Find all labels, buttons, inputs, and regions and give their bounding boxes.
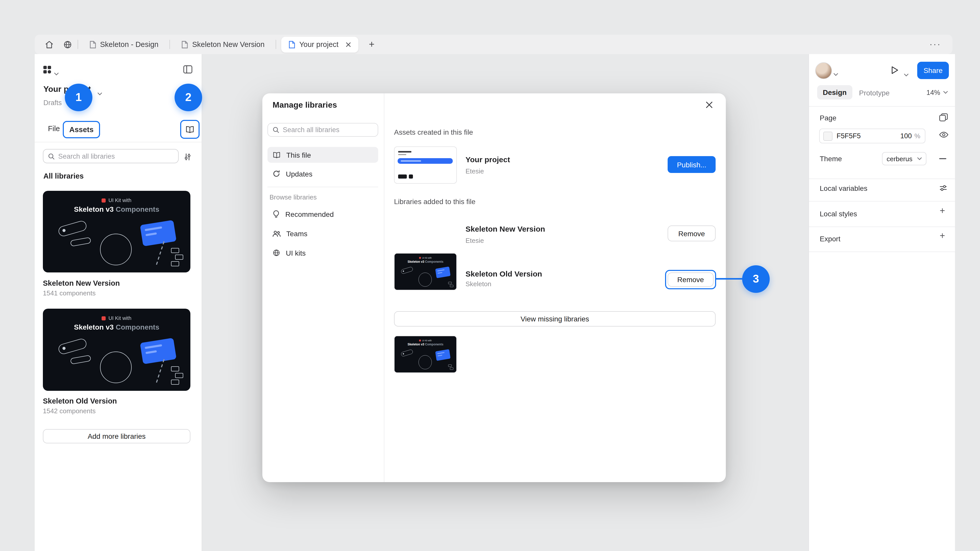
remove-button[interactable]: Remove xyxy=(668,225,716,241)
library-meta: 1542 components xyxy=(43,407,190,415)
add-more-libraries-button[interactable]: Add more libraries xyxy=(43,429,190,443)
library-name: Skeleton Old Version xyxy=(466,269,542,278)
share-label: Share xyxy=(924,66,943,75)
callout-number: 2 xyxy=(185,91,192,104)
thumb-kicker: UI Kit with xyxy=(108,315,131,321)
color-swatch[interactable] xyxy=(823,131,832,141)
avatar[interactable] xyxy=(815,62,832,79)
publish-button[interactable]: Publish... xyxy=(668,156,716,173)
library-meta: 1541 components xyxy=(43,289,190,297)
section-assets-created: Assets created in this file xyxy=(394,128,473,136)
thumb-kicker: UI Kit with xyxy=(422,257,432,259)
add-style-icon[interactable]: + xyxy=(940,206,945,215)
tab-skeleton-new-version[interactable]: Skeleton New Version xyxy=(171,35,275,54)
new-tab-button[interactable]: + xyxy=(363,35,381,54)
library-owner: Skeleton xyxy=(466,280,491,288)
library-card-skeleton-new-version[interactable]: UI Kit with Skeleton v3 Components Skele… xyxy=(43,191,190,297)
library-title: Skeleton Old Version xyxy=(43,397,190,405)
chevron-down-icon[interactable] xyxy=(834,69,838,78)
figma-menu-icon[interactable] xyxy=(43,65,52,76)
home-icon[interactable] xyxy=(40,35,58,54)
filter-sliders-icon[interactable] xyxy=(184,153,191,163)
view-missing-libraries-label: View missing libraries xyxy=(520,315,589,323)
variables-sliders-icon[interactable] xyxy=(939,184,947,194)
remove-label: Remove xyxy=(677,275,704,284)
tab-bar: Skeleton - Design Skeleton New Version Y… xyxy=(35,35,953,54)
library-card-skeleton-old-version[interactable]: UI Kit with Skeleton v3 Components Skele… xyxy=(43,309,190,415)
section-title: All libraries xyxy=(43,172,84,180)
page-section-label: Page xyxy=(820,114,836,122)
library-thumbnail: UI Kit with Skeleton v3 Components xyxy=(394,336,457,373)
nav-updates[interactable]: Updates xyxy=(267,166,378,182)
callout-number: 3 xyxy=(753,272,759,286)
thumb-brand: Skeleton v3 xyxy=(74,205,114,213)
kit-logo-icon xyxy=(102,316,106,321)
community-globe-icon[interactable] xyxy=(58,35,76,54)
opacity-unit: % xyxy=(915,132,920,140)
modal-search-input[interactable] xyxy=(283,126,373,134)
add-more-libraries-label: Add more libraries xyxy=(88,432,145,440)
nav-label: Teams xyxy=(286,229,307,238)
nav-label: This file xyxy=(286,151,311,159)
tab-design-label: Design xyxy=(823,88,846,97)
close-tab-icon[interactable] xyxy=(345,41,351,47)
thumb-brand: Skeleton v3 xyxy=(407,343,424,346)
chevron-down-icon[interactable] xyxy=(54,68,59,78)
tab-file[interactable]: File xyxy=(48,124,60,133)
search-input[interactable] xyxy=(58,152,173,160)
asset-name: Your project xyxy=(466,155,510,164)
remove-button[interactable]: Remove xyxy=(668,272,714,287)
pages-icon[interactable] xyxy=(939,113,948,124)
tab-prototype[interactable]: Prototype xyxy=(859,89,890,97)
zoom-control[interactable]: 14% xyxy=(926,85,948,100)
tab-label: Your project xyxy=(299,40,339,48)
theme-dropdown[interactable]: cerberus xyxy=(882,152,926,165)
thumb-brand-suffix: Components xyxy=(424,260,443,264)
left-sidebar: Your project Drafts File Assets All libr… xyxy=(35,54,202,551)
tab-design[interactable]: Design xyxy=(817,85,852,100)
library-search xyxy=(43,149,179,163)
refresh-icon xyxy=(272,170,280,178)
thumb-brand-suffix: Components xyxy=(114,323,159,331)
divider xyxy=(809,251,955,252)
thumb-kicker: UI Kit with xyxy=(422,339,432,342)
nav-this-file[interactable]: This file xyxy=(267,147,378,163)
eye-icon[interactable] xyxy=(939,131,948,140)
chevron-down-icon[interactable] xyxy=(904,69,908,79)
tab-your-project[interactable]: Your project xyxy=(282,37,359,52)
tab-assets[interactable]: Assets xyxy=(63,121,100,138)
tab-skeleton-design[interactable]: Skeleton - Design xyxy=(79,35,169,54)
remove-label: Remove xyxy=(678,229,705,238)
remove-theme-icon[interactable] xyxy=(939,158,946,159)
your-project-thumbnail xyxy=(394,146,457,184)
divider xyxy=(809,106,955,106)
library-book-button[interactable] xyxy=(180,120,200,139)
callout-number: 1 xyxy=(76,91,82,104)
dialog-title: Manage libraries xyxy=(272,100,337,110)
overflow-menu-button[interactable]: ··· xyxy=(923,39,947,49)
add-export-icon[interactable]: + xyxy=(940,231,945,240)
nav-teams[interactable]: Teams xyxy=(267,225,378,241)
close-icon[interactable] xyxy=(705,101,713,111)
nav-label: Updates xyxy=(286,170,312,178)
manage-libraries-dialog: Manage libraries This file Updates Brows… xyxy=(262,94,726,482)
share-button[interactable]: Share xyxy=(917,62,949,79)
divider xyxy=(267,187,378,187)
plus-icon: + xyxy=(940,230,945,241)
present-play-icon[interactable] xyxy=(891,66,899,76)
nav-recommended[interactable]: Recommended xyxy=(267,206,378,222)
thumb-brand: Skeleton v3 xyxy=(407,260,424,264)
view-missing-libraries-button[interactable]: View missing libraries xyxy=(394,311,716,327)
chevron-down-icon[interactable] xyxy=(97,88,102,97)
toggle-sidebar-icon[interactable] xyxy=(183,65,192,76)
chevron-down-icon xyxy=(917,157,922,160)
figma-file-icon xyxy=(181,41,188,48)
local-variables-label: Local variables xyxy=(820,184,867,192)
page-color-field[interactable]: F5F5F5 100 % xyxy=(819,129,925,143)
thumb-kicker: UI Kit with xyxy=(108,197,131,203)
lightbulb-icon xyxy=(272,210,280,218)
nav-ui-kits[interactable]: UI kits xyxy=(267,245,378,261)
callout-2: 2 xyxy=(175,84,202,111)
tab-label: Skeleton - Design xyxy=(100,40,159,48)
search-icon xyxy=(272,127,279,133)
